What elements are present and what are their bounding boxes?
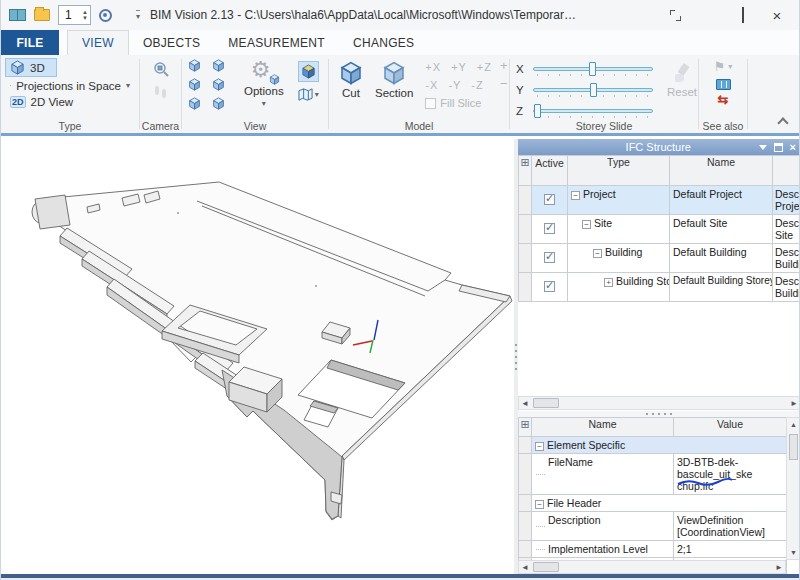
slider-z[interactable]: [533, 103, 653, 119]
scroll-right-icon[interactable]: ►: [773, 563, 785, 572]
fill-slice-checkbox[interactable]: [425, 98, 436, 109]
close-panel-icon[interactable]: ×: [790, 142, 796, 152]
slice-minus-icon[interactable]: −: [500, 79, 508, 89]
app-logo-icon: [9, 9, 26, 21]
table-row[interactable]: Building Default Building DescBuildi: [519, 244, 800, 273]
chevron-down-icon: ▾: [126, 81, 130, 90]
dock-panel-icon[interactable]: [774, 143, 783, 152]
chevron-down-icon: ▾: [728, 62, 732, 71]
map-icon[interactable]: [298, 87, 313, 102]
slider-z-label: Z: [516, 105, 525, 117]
group-row-element-specific[interactable]: Element Specific: [519, 437, 787, 454]
ifc-structure-header[interactable]: IFC Structure ×: [518, 139, 800, 155]
column-chooser-icon[interactable]: ⊞: [519, 156, 532, 186]
view-top-icon[interactable]: [212, 59, 225, 72]
scroll-left-icon[interactable]: ◄: [519, 563, 531, 572]
tab-objects[interactable]: OBJECTS: [129, 30, 214, 55]
walk-mode-icon[interactable]: [155, 86, 166, 98]
slider-y-thumb[interactable]: [590, 83, 597, 97]
table-row[interactable]: Project Default Project DescProje: [519, 186, 800, 215]
shading-mode-button[interactable]: [298, 61, 319, 82]
quick-access-dropdown-icon[interactable]: ▾: [136, 10, 140, 21]
scroll-up-icon[interactable]: ▲: [790, 418, 797, 431]
slider-x-thumb[interactable]: [589, 62, 596, 76]
resize-icon[interactable]: [670, 10, 681, 21]
prop-row-filename[interactable]: FileName 3D-BTB-dek-bascule_uit_ske chup…: [519, 454, 787, 495]
view-right-icon[interactable]: [212, 78, 225, 91]
view-left-icon[interactable]: [188, 78, 201, 91]
panel-menu-icon[interactable]: [759, 145, 767, 150]
column-header-type[interactable]: Type: [568, 156, 670, 186]
prop-row-description[interactable]: Description ViewDefinition [Coordination…: [519, 512, 787, 541]
ribbon-group-type: 3D Projections in Space ▾ 2D 2D View Typ…: [1, 55, 139, 133]
tab-view[interactable]: VIEW: [67, 30, 129, 55]
view-number-spinner[interactable]: 1 ▲▼: [58, 5, 91, 25]
active-checkbox[interactable]: [544, 223, 555, 234]
group-row-file-header[interactable]: File Header: [519, 495, 787, 512]
column-header-prop-value[interactable]: Value: [674, 418, 787, 437]
slider-y[interactable]: [533, 82, 653, 98]
collapse-icon[interactable]: [535, 500, 544, 509]
group-label-view: View: [182, 120, 328, 132]
collapse-icon[interactable]: [582, 220, 591, 229]
open-file-icon[interactable]: [34, 9, 50, 21]
slice-plus-icon[interactable]: +: [500, 61, 508, 71]
table-row[interactable]: Building Storey Default Building Storey …: [519, 273, 800, 302]
ifc-horizontal-scrollbar[interactable]: ◄ ►: [518, 396, 800, 410]
column-header-name[interactable]: Name: [670, 156, 773, 186]
collapse-icon[interactable]: [593, 249, 602, 258]
options-button[interactable]: ⚙ Options ▾: [238, 59, 290, 112]
column-header-active[interactable]: Active: [532, 156, 568, 186]
active-checkbox[interactable]: [544, 252, 555, 263]
group-label-see-also: See also: [699, 120, 747, 132]
column-header-desc[interactable]: [773, 156, 800, 186]
3d-model-canvas[interactable]: [1, 139, 514, 574]
slider-x[interactable]: [533, 61, 653, 77]
section-button[interactable]: Section: [369, 57, 419, 109]
props-horizontal-scrollbar[interactable]: ◄ ►: [518, 560, 786, 574]
storey-manager-icon[interactable]: [716, 79, 731, 90]
window-bottom-border: [1, 574, 799, 580]
props-vertical-scrollbar[interactable]: ▲ ▼: [786, 417, 800, 560]
view-front-icon[interactable]: [188, 59, 201, 72]
ifc-compare-icon[interactable]: ⇆: [718, 95, 729, 105]
window-title: BIM Vision 2.13 - C:\Users\hala6\AppData…: [150, 8, 580, 22]
viewport[interactable]: [1, 139, 514, 574]
reset-button[interactable]: Reset: [661, 58, 703, 121]
zoom-extents-icon[interactable]: [99, 9, 112, 22]
collapse-ribbon-icon[interactable]: [777, 117, 788, 128]
spinner-arrows-icon[interactable]: ▲▼: [79, 9, 88, 21]
scroll-down-icon[interactable]: ▼: [790, 546, 797, 559]
zoom-camera-icon[interactable]: [153, 61, 169, 77]
column-chooser-icon[interactable]: ⊞: [519, 418, 532, 437]
column-header-prop-name[interactable]: Name: [532, 418, 674, 437]
tab-file[interactable]: FILE: [1, 30, 59, 55]
maximize-icon[interactable]: [742, 7, 744, 23]
prop-row-implementation-level[interactable]: Implementation Level 2;1: [519, 541, 787, 558]
scrollbar-thumb[interactable]: [533, 398, 559, 408]
button-3d[interactable]: 3D: [5, 58, 57, 77]
cube-icon: [10, 79, 11, 92]
scrollbar-thumb[interactable]: [533, 562, 559, 572]
view-back-icon[interactable]: [212, 97, 225, 110]
cut-button[interactable]: Cut: [333, 57, 369, 109]
flag-icon[interactable]: ⚑: [714, 59, 726, 74]
slider-z-thumb[interactable]: [534, 104, 541, 118]
collapse-icon[interactable]: [571, 191, 580, 200]
table-row[interactable]: Site Default Site DescSite: [519, 215, 800, 244]
button-projections-in-space[interactable]: Projections in Space ▾: [5, 77, 135, 94]
scroll-left-icon[interactable]: ◄: [519, 399, 531, 408]
tab-measurement[interactable]: MEASUREMENT: [214, 30, 339, 55]
view-iso-icon[interactable]: [188, 97, 201, 110]
button-2d-view[interactable]: 2D 2D View: [5, 94, 135, 110]
expand-icon[interactable]: [604, 278, 613, 287]
close-icon[interactable]: ×: [771, 7, 783, 24]
2d-icon: 2D: [10, 96, 26, 108]
collapse-icon[interactable]: [535, 442, 544, 451]
scroll-right-icon[interactable]: ►: [788, 399, 800, 408]
active-checkbox[interactable]: [544, 281, 555, 292]
scrollbar-thumb[interactable]: [789, 434, 798, 460]
tab-changes[interactable]: CHANGES: [339, 30, 428, 55]
axes-plus-label: +X +Y +Z: [425, 61, 492, 73]
active-checkbox[interactable]: [544, 194, 555, 205]
